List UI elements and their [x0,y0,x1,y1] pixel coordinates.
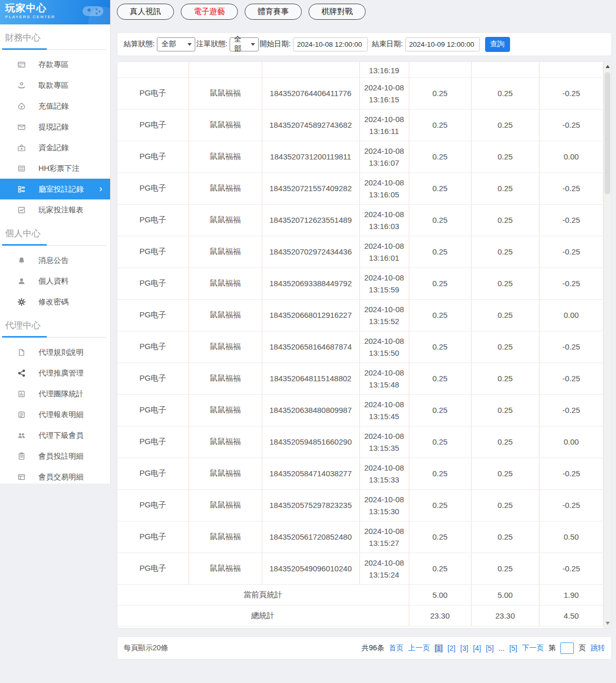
page-link-4[interactable]: [4] [473,644,481,652]
next-page-link[interactable]: 下一页 [522,644,544,653]
scrollbar-thumb[interactable] [605,72,610,194]
sidebar-item[interactable]: 代理報表明細 [0,404,110,425]
sidebar-item[interactable]: 玩家投注報表 [0,199,110,220]
sidebar-item[interactable]: 代理推廣管理 [0,363,110,383]
member-bet-clipboard-icon [17,452,26,461]
valid-amount-cell: 0.25 [471,521,539,553]
table-scrollbar[interactable] [604,62,611,628]
datetime-cell: 2024-10-08 13:15:52 [359,299,409,331]
sidebar-item[interactable]: 充值記錄 [0,96,110,116]
valid-amount-cell: 0.25 [471,331,539,363]
datetime-cell: 2024-10-08 13:15:24 [359,553,409,584]
scroll-down-arrow-icon[interactable] [606,622,610,625]
prev-page-link[interactable]: 上一页 [408,644,430,653]
sidebar-item-label: 取款專區 [38,81,69,90]
order-id-cell: 1843520648115148802 [262,363,359,394]
datetime-cell: 2024-10-08 13:15:48 [359,363,409,394]
tab-sports[interactable]: 體育賽事 [245,4,302,20]
search-button[interactable]: 查詢 [485,37,510,52]
sidebar-item-label: 代理報表明細 [38,410,84,420]
valid-amount-cell: 0.25 [471,236,539,267]
sidebar-item-label: 會員交易明細 [38,472,84,482]
sidebar-item[interactable]: 提現記錄 [0,116,110,137]
end-date-label: 結束日期: [372,39,403,49]
win-loss-cell: -0.25 [539,458,604,489]
sidebar-item[interactable]: 修改密碼 [0,291,110,312]
valid-amount-cell: 0.25 [471,77,539,109]
sidebar-item[interactable]: 取款專區 [0,75,110,96]
page-link-5[interactable]: [5] [486,644,494,652]
sidebar-item-label: 提現記錄 [38,122,69,132]
recharge-moneybag-icon [17,102,26,111]
deposit-card-icon [17,60,26,69]
provider-cell: PG电子 [117,204,189,236]
sidebar-item-label: 個人資料 [38,276,69,286]
settle-status-select[interactable]: 全部 [157,37,195,51]
order-id-cell: 1843520549096010240 [262,553,359,584]
bet-amount-cell: 0.25 [409,236,471,267]
jump-button[interactable]: 跳转 [591,644,605,653]
tab-live-video[interactable]: 真人視訊 [117,4,174,20]
summary-body: 當前頁統計 5.00 5.00 1.90 總統計 23.30 23.30 4.5… [117,584,604,626]
tab-electronic-games[interactable]: 電子遊藝 [181,4,238,20]
table-row: PG电子 鼠鼠福福 1843520648115148802 2024-10-08… [117,363,604,394]
sidebar-item-label: 資金記錄 [38,143,69,153]
win-loss-cell: -0.25 [539,172,604,204]
end-date-input[interactable] [405,37,480,51]
bet-records-table: 13:16:19 PG电子 鼠鼠福福 1843520764406411776 2… [117,62,604,628]
page-jump-input[interactable] [560,642,574,654]
tab-board-card-games[interactable]: 棋牌對戰 [309,4,366,20]
sidebar-item[interactable]: 個人資料 [0,271,110,291]
bet-amount-cell: 0.25 [409,267,471,299]
funds-purse-icon [17,143,26,152]
chevron-down-icon [188,43,192,46]
bet-amount-cell: 0.25 [409,77,471,109]
sidebar-item[interactable]: 資金記錄 [0,137,110,158]
main-content: 真人視訊 電子遊藝 體育賽事 棋牌對戰 結算狀態: 全部 注單狀態: 全部 開始… [117,0,612,683]
sidebar-item[interactable]: 代理規則說明 [0,342,110,363]
page-link-1[interactable]: [1] [435,644,443,652]
document-icon [17,348,26,357]
first-page-link[interactable]: 首页 [389,644,404,653]
sidebar-item-label: 會員投註明細 [38,451,84,461]
page-summary-bet: 5.00 [409,584,471,605]
table-row: PG电子 鼠鼠福福 1843520745892743682 2024-10-08… [117,109,604,141]
sidebar-item[interactable]: 消息公告 [0,250,110,271]
sidebar-item[interactable]: 代理下級會員 [0,425,110,446]
sidebar-item-label: 存款專區 [38,60,69,70]
order-status-select[interactable]: 全部 [230,37,259,51]
game-name-cell: 鼠鼠福福 [189,77,262,109]
total-summary-label: 總統計 [117,605,409,626]
datetime-cell: 2024-10-08 13:16:03 [359,204,409,236]
datetime-cell: 2024-10-08 13:15:59 [359,267,409,299]
datetime-cell: 2024-10-08 13:15:35 [359,426,409,458]
sidebar: 玩家中心 PLAYERS CENTER 財務中心存款專區取款專區充值記錄提現記錄… [0,0,111,484]
table-row: PG电子 鼠鼠福福 1843520731200119811 2024-10-08… [117,141,604,172]
order-id-cell: 1843520668012916227 [262,299,359,331]
sidebar-item[interactable]: 廳室投註記錄› [0,179,110,199]
page-link-2[interactable]: [2] [447,644,456,652]
page-summary-valid: 5.00 [471,584,539,605]
summary-row-page: 當前頁統計 5.00 5.00 1.90 [117,584,604,605]
sidebar-item[interactable]: 會員投註明細 [0,446,110,466]
order-id-cell: 1843520638480809987 [262,394,359,426]
last-page-link[interactable]: [5] [509,644,517,652]
order-id-cell: 1843520712623551489 [262,204,359,236]
section-title: 財務中心 [0,24,110,44]
scroll-up-arrow-icon[interactable] [606,65,610,68]
win-loss-cell: 0.00 [539,299,604,331]
page-link-3[interactable]: [3] [460,644,468,652]
sidebar-item[interactable]: 會員交易明細 [0,466,110,487]
sidebar-item[interactable]: 存款專區 [0,54,110,75]
game-name-cell: 鼠鼠福福 [189,331,262,363]
start-date-input[interactable] [293,37,368,51]
table-row: PG电子 鼠鼠福福 1843520764406411776 2024-10-08… [117,77,604,109]
pagination-ellipsis: ... [499,644,505,652]
sidebar-item[interactable]: HH彩票下注 [0,158,110,179]
lottery-list-icon [17,164,26,173]
bet-amount-cell: 0.25 [409,426,471,458]
table-row: PG电子 鼠鼠福福 1843520658164687874 2024-10-08… [117,331,604,363]
sidebar-item[interactable]: 代理團隊統計 [0,383,110,404]
valid-amount-cell: 0.25 [471,204,539,236]
win-loss-cell: -0.25 [539,394,604,426]
